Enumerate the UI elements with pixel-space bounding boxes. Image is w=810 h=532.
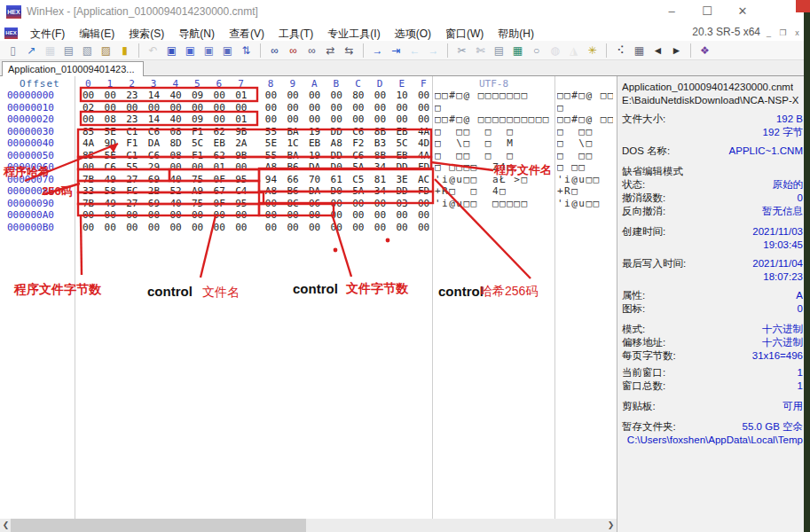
hex-byte[interactable]: 00 [265, 198, 277, 209]
hex-byte[interactable]: EB [309, 137, 320, 149]
hex-byte[interactable]: 0F [214, 198, 225, 209]
hex-byte[interactable]: B6 [287, 185, 298, 197]
hex-byte[interactable]: 08 [169, 150, 181, 161]
hex-byte[interactable]: 2B [148, 185, 160, 197]
next-window-icon[interactable]: ► [668, 43, 685, 59]
hex-byte[interactable]: D0 [331, 185, 342, 197]
hex-byte[interactable]: 00 [148, 209, 160, 221]
hex-byte[interactable]: 00 [126, 209, 138, 221]
bookmark-icon[interactable]: ▮ [116, 43, 133, 59]
hex-byte[interactable]: 00 [235, 161, 247, 173]
convert-101-icon[interactable]: ⇅ [238, 43, 255, 59]
maximize-button[interactable]: ☐ [689, 0, 725, 23]
hex-byte[interactable]: 00 [287, 90, 298, 101]
hex-byte[interactable]: 03 [396, 198, 407, 209]
text-column-2[interactable]: □ \□ [557, 137, 613, 149]
hex-byte[interactable]: F2 [352, 137, 364, 149]
hex-byte[interactable]: B3 [374, 137, 386, 149]
goto-icon[interactable]: → [369, 43, 386, 59]
text-column-utf8[interactable]: □ □□ □ □ [435, 150, 553, 161]
hex-byte[interactable]: 00 [418, 209, 429, 221]
search-icon[interactable]: ∞ [266, 43, 283, 59]
hex-byte[interactable]: 00 [214, 90, 225, 101]
hex-byte[interactable]: 75 [192, 174, 203, 185]
text-column-2[interactable]: □ [557, 102, 613, 113]
hex-byte[interactable]: A8 [265, 161, 277, 173]
text-column-utf8[interactable]: 'i@u□□ □□□□□ [435, 198, 553, 209]
hex-byte[interactable]: 55 [265, 126, 277, 137]
hex-byte[interactable]: 00 [83, 90, 94, 101]
hex-byte[interactable]: 5E [105, 150, 116, 161]
menu-item[interactable]: 帮助(H) [491, 27, 541, 40]
text-column-2[interactable]: □ □□ [557, 126, 613, 137]
hex-byte[interactable]: 69 [148, 198, 160, 209]
hex-byte[interactable]: 00 [265, 222, 277, 233]
hex-byte[interactable]: DA [148, 137, 160, 149]
hex-byte[interactable]: 00 [287, 113, 298, 125]
hex-byte[interactable]: 09 [192, 113, 203, 125]
tools-icon[interactable]: ✂ [453, 43, 470, 59]
hex-byte[interactable]: C6 [148, 150, 160, 161]
hex-byte[interactable]: EB [396, 150, 407, 161]
hex-byte[interactable]: 40 [169, 174, 181, 185]
hex-byte[interactable]: 00 [235, 222, 247, 233]
hex-byte[interactable]: 00 [331, 113, 342, 125]
hex-byte[interactable]: 00 [374, 102, 386, 113]
hex-byte[interactable]: 62 [214, 150, 225, 161]
hex-byte[interactable]: 00 [83, 161, 94, 173]
clipboard-icon[interactable]: ▣ [219, 43, 236, 59]
hex-byte[interactable]: 7B [83, 198, 94, 209]
hex-byte[interactable]: 0F [214, 174, 225, 185]
hex-byte[interactable]: C6 [352, 126, 364, 137]
print2-icon[interactable]: ▤ [491, 43, 507, 59]
menu-item[interactable]: 选项(O) [388, 27, 438, 40]
hex-byte[interactable]: 5E [105, 126, 116, 137]
hex-byte[interactable]: 00 [418, 113, 429, 125]
hex-byte[interactable]: 00 [105, 102, 116, 113]
hex-byte[interactable]: C4 [235, 185, 247, 197]
horizontal-scrollbar[interactable]: ❮ ❯ [0, 519, 617, 532]
mdi-restore-button[interactable]: ❐ [775, 27, 790, 39]
hex-byte[interactable]: 58 [105, 185, 116, 197]
hex-byte[interactable]: 81 [374, 174, 386, 185]
hex-byte[interactable]: 00 [169, 102, 181, 113]
hex-byte[interactable]: 00 [265, 113, 277, 125]
replace-hex-icon[interactable]: ⇆ [341, 43, 358, 59]
hex-byte[interactable]: BA [287, 150, 298, 161]
hex-byte[interactable]: 00 [214, 113, 225, 125]
hex-byte[interactable]: FC [126, 185, 138, 197]
hex-byte[interactable]: C6 [148, 126, 160, 137]
hex-byte[interactable]: 00 [418, 198, 429, 209]
hex-byte[interactable]: 00 [331, 209, 342, 221]
magnifier-icon[interactable]: ○ [528, 43, 545, 59]
hex-byte[interactable]: 4D [418, 137, 429, 149]
hex-byte[interactable]: 00 [396, 209, 407, 221]
hex-byte[interactable]: 01 [214, 161, 225, 173]
hex-byte[interactable]: 00 [287, 102, 298, 113]
hex-byte[interactable]: 10 [396, 90, 407, 101]
menu-item[interactable]: 文件(F) [23, 27, 72, 40]
new-file-icon[interactable]: ▯ [4, 43, 21, 59]
text-column-2[interactable]: □□#□@ □□ [557, 90, 613, 101]
hex-byte[interactable]: 00 [418, 102, 429, 113]
hex-byte[interactable]: DD [396, 185, 407, 197]
hex-byte[interactable]: 00 [374, 209, 386, 221]
hex-byte[interactable]: 00 [309, 90, 320, 101]
hex-byte[interactable]: 01 [235, 90, 247, 101]
menu-item[interactable]: 工具(T) [271, 27, 320, 40]
hex-byte[interactable]: A8 [331, 137, 342, 149]
hex-byte[interactable]: 14 [148, 113, 160, 125]
hex-byte[interactable]: 00 [214, 102, 225, 113]
recover-icon[interactable]: ✄ [472, 43, 489, 59]
hex-byte[interactable]: 19 [309, 150, 320, 161]
hex-byte[interactable]: 00 [235, 102, 247, 113]
text-column-2[interactable]: □□#□@ □□ [557, 113, 613, 125]
hex-byte[interactable]: 85 [83, 126, 94, 137]
hex-byte[interactable]: 00 [396, 222, 407, 233]
hex-byte[interactable]: 00 [126, 102, 138, 113]
text-column-2[interactable]: 'i@u□□ [557, 198, 613, 209]
hex-byte[interactable]: 00 [352, 198, 364, 209]
hex-byte[interactable]: 40 [169, 198, 181, 209]
hex-byte[interactable]: 61 [331, 174, 342, 185]
hex-byte[interactable]: 00 [309, 222, 320, 233]
